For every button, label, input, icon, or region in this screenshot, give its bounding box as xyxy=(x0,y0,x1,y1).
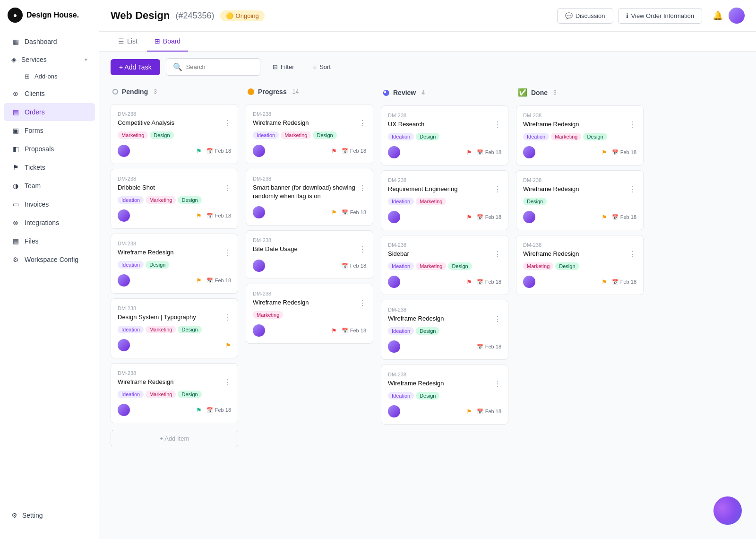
sort-button[interactable]: ≡ Sort xyxy=(307,60,337,74)
task-card[interactable]: DM-238 Bite Date Usage ⋮ 📅Feb 18 xyxy=(246,230,373,279)
tag-ideation: Ideation xyxy=(523,133,549,140)
sidebar-item-workspace-config[interactable]: ⚙ Workspace Config xyxy=(4,251,95,269)
sort-icon: ≡ xyxy=(313,63,317,70)
card-menu-button[interactable]: ⋮ xyxy=(359,183,366,192)
card-menu-button[interactable]: ⋮ xyxy=(629,120,636,129)
sidebar-item-orders[interactable]: ▤ Orders xyxy=(4,103,95,121)
discussion-icon: 💬 xyxy=(565,12,573,19)
sidebar-item-services[interactable]: ◈ Services ▾ xyxy=(4,51,95,68)
task-card[interactable]: DM-238 Wireframe Redesign ⋮ IdeationDesi… xyxy=(381,300,508,360)
sidebar-item-files[interactable]: ▤ Files xyxy=(4,232,95,250)
avatar xyxy=(388,211,400,223)
card-menu-button[interactable]: ⋮ xyxy=(359,245,366,254)
add-task-button[interactable]: + Add Task xyxy=(111,59,160,75)
sidebar-item-label: Dashboard xyxy=(25,38,57,45)
card-menu-button[interactable]: ⋮ xyxy=(629,250,636,259)
header-left: Web Design (#245356) 🟡 Ongoing xyxy=(111,9,265,22)
card-menu-button[interactable]: ⋮ xyxy=(359,298,366,307)
card-date: 📅Feb 18 xyxy=(612,149,636,156)
task-card[interactable]: DM-238 Wireframe Redesign ⋮ MarketingDes… xyxy=(516,235,644,295)
sidebar-item-forms[interactable]: ▣ Forms xyxy=(4,122,95,139)
sidebar-item-label: Add-ons xyxy=(34,73,57,80)
tag-marketing: Marketing xyxy=(146,391,176,398)
card-footer: ⚑ 📅Feb 18 xyxy=(118,209,231,222)
card-meta: ⚑ 📅Feb 18 xyxy=(601,149,636,156)
card-menu-button[interactable]: ⋮ xyxy=(494,185,501,194)
card-title: Dribbble Shot xyxy=(118,183,221,192)
avatar xyxy=(523,211,535,223)
search-input[interactable] xyxy=(186,63,253,70)
tag-marketing: Marketing xyxy=(146,326,176,333)
card-tags: IdeationDesign xyxy=(118,261,231,269)
task-card[interactable]: DM-238 Wireframe Redesign ⋮ IdeationMark… xyxy=(246,104,373,164)
card-title: Wireframe Redesign xyxy=(523,185,626,193)
column-count: 4 xyxy=(421,89,425,96)
card-id: DM-238 xyxy=(388,372,501,377)
card-menu-button[interactable]: ⋮ xyxy=(494,250,501,259)
task-card[interactable]: DM-238 Wireframe Redesign ⋮ Marketing ⚑ … xyxy=(246,284,373,344)
task-card[interactable]: DM-238 Wireframe Redesign ⋮ IdeationDesi… xyxy=(381,365,508,425)
task-card[interactable]: DM-238 Sidebar ⋮ IdeationMarketingDesign… xyxy=(381,235,508,295)
sidebar-item-dashboard[interactable]: ▦ Dashboard xyxy=(4,33,95,51)
task-card[interactable]: DM-238 UX Research ⋮ IdeationDesign ⚑ 📅F… xyxy=(381,105,508,165)
flag-icon: ⚑ xyxy=(466,214,472,221)
sidebar-item-label: Team xyxy=(25,182,41,190)
user-avatar[interactable] xyxy=(729,8,745,24)
flag-icon: ⚑ xyxy=(196,407,202,414)
task-card[interactable]: DM-238 Dribbble Shot ⋮ IdeationMarketing… xyxy=(111,169,238,229)
sidebar-item-team[interactable]: ◑ Team xyxy=(4,177,95,195)
filter-button[interactable]: ⊟ Filter xyxy=(266,60,301,74)
task-card[interactable]: DM-238 Wireframe Redesign ⋮ IdeationMark… xyxy=(111,363,238,423)
card-id: DM-238 xyxy=(388,113,501,118)
card-id: DM-238 xyxy=(118,176,231,182)
task-card[interactable]: DM-238 Competitive Analysis ⋮ MarketingD… xyxy=(111,104,238,164)
calendar-icon: 📅 xyxy=(477,149,483,156)
task-card[interactable]: DM-238 Wireframe Redesign ⋮ IdeationDesi… xyxy=(111,234,238,294)
board-tab-icon: ⊞ xyxy=(155,37,160,45)
card-menu-button[interactable]: ⋮ xyxy=(494,120,501,129)
add-item-button[interactable]: + Add Item xyxy=(111,430,238,447)
sidebar-item-integrations[interactable]: ⊗ Integrations xyxy=(4,214,95,232)
card-menu-button[interactable]: ⋮ xyxy=(223,183,231,192)
forms-icon: ▣ xyxy=(11,126,20,135)
flag-icon: ⚑ xyxy=(196,277,202,284)
card-footer: ⚑ 📅Feb 18 xyxy=(253,145,366,157)
notification-icon[interactable]: 🔔 xyxy=(713,10,723,21)
card-menu-button[interactable]: ⋮ xyxy=(223,248,231,257)
tag-marketing: Marketing xyxy=(118,131,148,139)
task-card[interactable]: DM-238 Wireframe Redesign ⋮ IdeationMark… xyxy=(516,105,644,165)
sidebar-item-setting[interactable]: ⚙ Setting xyxy=(8,507,91,524)
list-tab-icon: ☰ xyxy=(118,37,124,45)
avatar xyxy=(388,405,400,417)
tag-ideation: Ideation xyxy=(118,326,144,333)
card-meta: ⚑ 📅Feb 18 xyxy=(196,407,231,414)
view-order-button[interactable]: ℹ View Order Information xyxy=(618,8,702,24)
task-card[interactable]: DM-238 Wireframe Redesign ⋮ Design ⚑ 📅Fe… xyxy=(516,170,644,230)
proposals-icon: ◧ xyxy=(11,145,20,153)
sidebar-item-proposals[interactable]: ◧ Proposals xyxy=(4,140,95,158)
card-menu-button[interactable]: ⋮ xyxy=(629,185,636,194)
card-id: DM-238 xyxy=(253,291,366,296)
discussion-button[interactable]: 💬 Discussion xyxy=(557,8,613,24)
tag-ideation: Ideation xyxy=(388,327,414,335)
task-card[interactable]: DM-238 Design System | Typography ⋮ Idea… xyxy=(111,298,238,358)
column-done: ✅ Done 3 DM-238 Wireframe Redesign ⋮ Ide… xyxy=(516,82,644,295)
card-menu-button[interactable]: ⋮ xyxy=(494,379,501,388)
card-menu-button[interactable]: ⋮ xyxy=(223,378,231,387)
card-menu-button[interactable]: ⋮ xyxy=(223,313,231,322)
tab-board[interactable]: ⊞ Board xyxy=(147,32,188,52)
card-menu-button[interactable]: ⋮ xyxy=(494,314,501,323)
task-card[interactable]: DM-238 Requirement Engineering ⋮ Ideatio… xyxy=(381,170,508,230)
sidebar-item-invoices[interactable]: ▭ Invoices xyxy=(4,195,95,213)
card-menu-button[interactable]: ⋮ xyxy=(359,119,366,128)
app-logo[interactable]: ● Design House. xyxy=(0,8,99,32)
sidebar-item-addons[interactable]: ⊞ Add-ons xyxy=(4,69,95,84)
search-box[interactable]: 🔍 xyxy=(166,58,260,76)
sidebar-item-clients[interactable]: ⊕ Clients xyxy=(4,85,95,103)
task-card[interactable]: DM-238 Smart banner (for download) showi… xyxy=(246,169,373,226)
tab-list[interactable]: ☰ List xyxy=(111,32,145,52)
sidebar-item-tickets[interactable]: ⚑ Tickets xyxy=(4,158,95,176)
card-meta: ⚑ 📅Feb 18 xyxy=(466,278,501,286)
card-tags: IdeationMarketing xyxy=(388,198,501,205)
card-menu-button[interactable]: ⋮ xyxy=(223,119,231,128)
